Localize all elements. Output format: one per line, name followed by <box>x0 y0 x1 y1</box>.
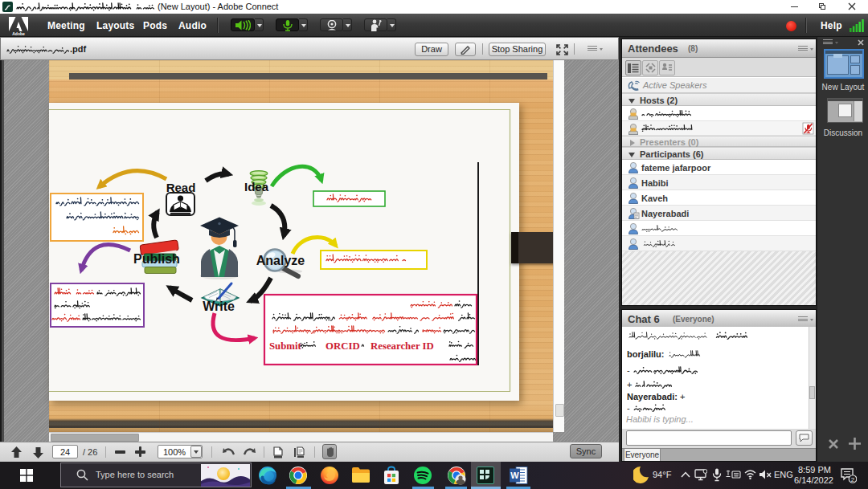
svg-text:Adobe: Adobe <box>12 31 25 36</box>
svg-text:Read: Read <box>166 181 196 194</box>
svg-text:Write: Write <box>203 300 235 313</box>
svg-text:ORCID: ORCID <box>326 340 360 352</box>
svg-text:2: 2 <box>851 476 855 483</box>
svg-text:Publish: Publish <box>133 252 180 266</box>
svg-text:Analyze: Analyze <box>256 254 305 267</box>
svg-text:W: W <box>510 471 519 480</box>
svg-text:Researcher ID: Researcher ID <box>371 340 434 352</box>
svg-text:Submit: Submit <box>269 340 302 352</box>
svg-text:Idea: Idea <box>244 180 269 194</box>
